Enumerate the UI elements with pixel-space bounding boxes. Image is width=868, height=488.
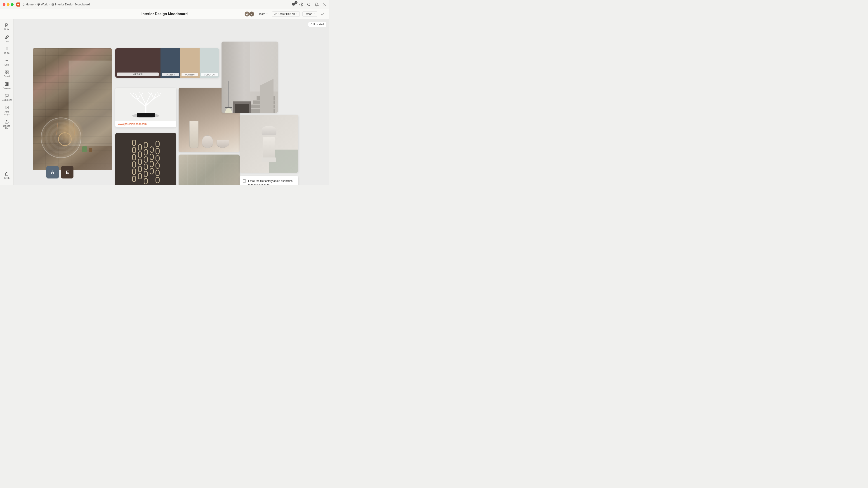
todo-text-1: Email the tile factory about quantities …	[248, 179, 295, 185]
monitor-badge: 3	[294, 1, 298, 4]
headerbar-right: A E Team Secret link: on Export	[244, 11, 326, 17]
svg-line-31	[146, 95, 150, 104]
svg-rect-18	[7, 71, 8, 72]
bowl	[217, 140, 229, 148]
export-button[interactable]: Export	[303, 11, 317, 17]
color-swatch-main: #4F3A38	[115, 48, 160, 78]
svg-line-40	[159, 93, 161, 95]
page-title: Interior Design Moodboard	[142, 12, 188, 16]
upload-icon	[4, 120, 9, 124]
color-swatches-small: #415163 #CFB696 #CDD7D6	[160, 48, 219, 78]
chain-pendant-card[interactable]	[115, 133, 176, 185]
sidebar-item-comment[interactable]: Comment	[1, 92, 12, 103]
svg-line-42	[140, 93, 141, 95]
color-label-2: #CFB696	[182, 73, 198, 76]
breadcrumb-work[interactable]: Work	[37, 3, 48, 6]
expand-button[interactable]	[320, 11, 326, 17]
porcelain-image	[115, 88, 176, 121]
upload-label: Upload file	[2, 125, 11, 130]
breadcrumb-home[interactable]: Home	[22, 3, 34, 6]
image-icon	[4, 105, 9, 110]
sidebar-item-todo[interactable]: To-do	[1, 45, 12, 56]
svg-line-39	[132, 93, 134, 96]
user-avatar-e[interactable]: E	[61, 166, 73, 178]
canvas[interactable]: 0 Unsorted	[13, 19, 329, 185]
trash-icon	[4, 172, 9, 176]
stone-wall-image[interactable]	[33, 48, 112, 170]
color-palette-card[interactable]: #4F3A38 #415163 #CFB696 #CDD7D6	[115, 48, 219, 78]
minimize-button[interactable]	[7, 3, 9, 6]
color-swatch-2: #CFB696	[180, 48, 200, 78]
link-icon	[4, 35, 9, 39]
todo-checkbox-1[interactable]	[243, 180, 246, 183]
search-icon[interactable]	[307, 2, 311, 6]
svg-rect-22	[6, 83, 7, 86]
moodboard: #4F3A38 #415163 #CFB696 #CDD7D6	[13, 19, 329, 185]
unsorted-badge: 0 Unsorted	[308, 22, 327, 27]
color-swatch-3: #CDD7D6	[199, 48, 219, 78]
todo-icon	[4, 46, 9, 51]
link-label: Link	[4, 40, 8, 42]
color-label-0: #4F3A38	[117, 72, 159, 76]
svg-rect-17	[5, 71, 6, 72]
svg-line-43	[141, 93, 143, 95]
todo-item-1: Email the tile factory about quantities …	[243, 179, 295, 185]
comment-icon	[4, 94, 9, 98]
svg-point-25	[6, 107, 6, 107]
note-label: Note	[4, 28, 9, 31]
svg-rect-21	[5, 83, 6, 86]
vase-tall	[189, 121, 198, 148]
lamp-sculpture-photo[interactable]	[240, 115, 298, 173]
svg-rect-20	[5, 73, 6, 74]
board-icon	[4, 70, 9, 74]
svg-point-0	[18, 4, 19, 5]
chain-links	[132, 140, 160, 184]
sidebar-item-line[interactable]: Line	[1, 57, 12, 67]
trash-label: Trash	[4, 177, 9, 180]
tile-sample-image[interactable]	[179, 155, 240, 185]
svg-line-38	[130, 93, 132, 96]
svg-line-34	[138, 95, 140, 100]
sidebar-item-link[interactable]: Link	[1, 33, 12, 44]
interior-photo[interactable]	[221, 41, 278, 113]
secret-link-button[interactable]: Secret link: on	[272, 11, 300, 17]
todo-label: To-do	[4, 52, 9, 54]
user-avatar-a[interactable]: A	[46, 166, 59, 178]
vase-small	[202, 135, 213, 148]
help-icon[interactable]	[299, 2, 303, 6]
svg-rect-23	[7, 83, 8, 86]
note-icon	[4, 23, 9, 28]
notification-icon[interactable]	[315, 2, 319, 6]
arch-lamp	[258, 126, 280, 162]
sidebar-item-add-image[interactable]: Add image	[1, 104, 12, 117]
svg-point-5	[301, 5, 302, 5]
sidebar-item-board[interactable]: Board	[1, 69, 12, 79]
column-label: Column	[3, 87, 10, 90]
user-icon[interactable]	[322, 2, 327, 6]
collaborator-avatars: A E	[244, 11, 254, 17]
sidebar-item-note[interactable]: Note	[1, 22, 12, 32]
sidebar-item-upload-file[interactable]: Upload file	[1, 118, 12, 131]
color-label-3: #CDD7D6	[201, 73, 218, 76]
close-button[interactable]	[3, 3, 5, 6]
porcelain-link[interactable]: www.porcelainbear.com	[115, 121, 176, 127]
color-swatch-1: #415163	[160, 48, 180, 78]
svg-rect-19	[7, 73, 8, 74]
color-swatches-row: #4F3A38 #415163 #CFB696 #CDD7D6	[115, 48, 219, 78]
svg-point-7	[324, 3, 325, 4]
color-label-1: #415163	[162, 73, 179, 76]
todo-card[interactable]: Email the tile factory about quantities …	[240, 176, 298, 185]
sidebar-item-column[interactable]: Column	[1, 80, 12, 91]
breadcrumb-page[interactable]: Interior Design Moodboard	[51, 3, 90, 6]
team-button[interactable]: Team	[257, 11, 270, 17]
svg-rect-1	[37, 3, 40, 5]
svg-line-28	[138, 100, 146, 107]
sidebar-item-trash[interactable]: Trash	[1, 170, 12, 181]
fullscreen-button[interactable]	[11, 3, 13, 6]
avatar-2: E	[249, 11, 254, 17]
topbar: Home › Work › Interior Design Moodboard …	[0, 0, 329, 9]
porcelain-card[interactable]: www.porcelainbear.com	[115, 88, 176, 127]
svg-line-37	[151, 94, 154, 99]
monitor-icon-wrapper[interactable]: 3	[291, 2, 296, 6]
breadcrumb: Home › Work › Interior Design Moodboard	[22, 3, 90, 6]
